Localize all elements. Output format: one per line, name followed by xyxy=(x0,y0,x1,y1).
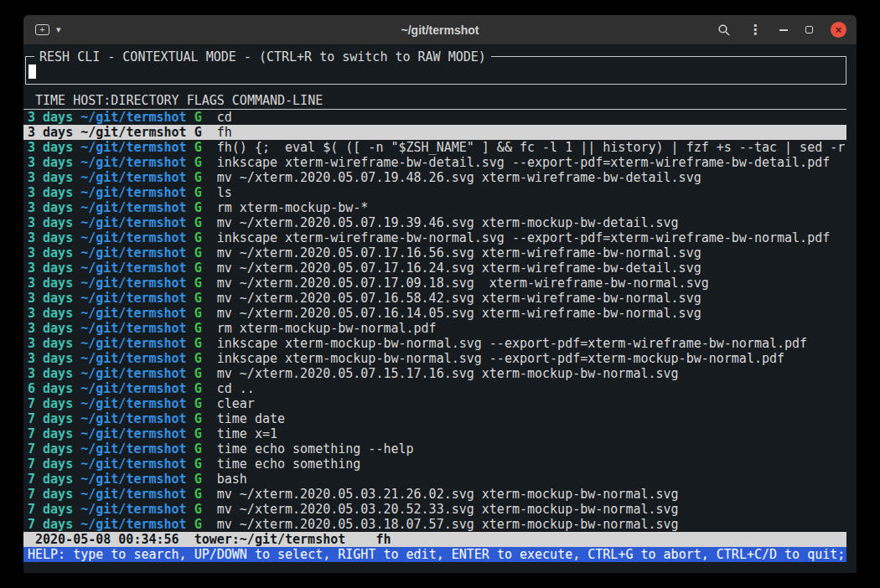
history-row[interactable]: 7 days ~/git/termshot G mv ~/xterm.2020.… xyxy=(23,502,846,517)
row-host-directory: ~/git/termshot xyxy=(80,381,194,396)
history-row[interactable]: 7 days ~/git/termshot G clear xyxy=(23,396,846,411)
row-time: 3 days xyxy=(28,291,80,306)
history-row[interactable]: 3 days ~/git/termshot G mv ~/xterm.2020.… xyxy=(23,366,846,381)
row-flags: G xyxy=(194,487,217,502)
history-row[interactable]: 7 days ~/git/termshot G mv ~/xterm.2020.… xyxy=(23,517,846,532)
history-row[interactable]: 3 days ~/git/termshot G inkscape xterm-w… xyxy=(23,230,846,245)
kebab-menu-icon: ⋮ xyxy=(748,23,762,37)
history-row[interactable]: 7 days ~/git/termshot G time echo someth… xyxy=(23,456,846,472)
titlebar[interactable]: + ▾ ~/git/termshot ⋮ xyxy=(23,15,857,45)
history-row[interactable]: 7 days ~/git/termshot G mv ~/xterm.2020.… xyxy=(23,487,846,502)
close-button[interactable]: × xyxy=(831,22,846,38)
history-row[interactable]: 3 days ~/git/termshot G mv ~/xterm.2020.… xyxy=(23,245,846,260)
history-row[interactable]: 7 days ~/git/termshot G bash xyxy=(23,472,846,487)
row-command: time date xyxy=(217,411,846,426)
row-time: 7 days xyxy=(28,487,80,502)
row-time: 3 days xyxy=(28,321,80,336)
history-row[interactable]: 3 days ~/git/termshot G rm xterm-mockup-… xyxy=(23,321,846,336)
history-row[interactable]: 3 days ~/git/termshot G mv ~/xterm.2020.… xyxy=(23,291,846,306)
row-time: 3 days xyxy=(28,125,80,140)
row-command: mv ~/xterm.2020.05.07.17.16.56.svg xterm… xyxy=(217,245,846,260)
row-flags: G xyxy=(194,110,217,125)
row-time: 3 days xyxy=(28,155,80,170)
row-host-directory: ~/git/termshot xyxy=(80,125,194,140)
row-command: mv ~/xterm.2020.05.07.17.16.24.svg xterm… xyxy=(217,260,846,276)
history-row[interactable]: 3 days ~/git/termshot G mv ~/xterm.2020.… xyxy=(23,306,846,321)
new-tab-dropdown-button[interactable]: ▾ xyxy=(56,25,61,34)
row-flags: G xyxy=(194,185,217,200)
menu-button[interactable]: ⋮ xyxy=(748,23,762,37)
search-button[interactable] xyxy=(717,23,731,37)
minimize-icon xyxy=(779,29,788,31)
new-tab-icon: + xyxy=(35,24,49,35)
row-host-directory: ~/git/termshot xyxy=(80,306,194,321)
status-datetime: 2020-05-08 00:34:56 xyxy=(35,532,179,547)
history-row[interactable]: 3 days ~/git/termshot G mv ~/xterm.2020.… xyxy=(23,276,846,291)
row-flags: G xyxy=(194,276,217,291)
search-box[interactable]: RESH CLI - CONTEXTUAL MODE - (CTRL+R to … xyxy=(25,56,846,85)
window-title: ~/git/termshot xyxy=(401,23,479,37)
history-row[interactable]: 3 days ~/git/termshot G inkscape xterm-m… xyxy=(23,336,846,351)
row-command: bash xyxy=(217,472,846,487)
row-time: 3 days xyxy=(28,200,80,215)
history-row[interactable]: 3 days ~/git/termshot G ls xyxy=(23,185,846,200)
titlebar-left-group: + ▾ xyxy=(35,24,61,35)
row-flags: G xyxy=(194,411,217,426)
restore-icon xyxy=(805,26,813,34)
restore-button[interactable] xyxy=(805,26,813,34)
row-time: 6 days xyxy=(28,381,80,396)
history-row[interactable]: 3 days ~/git/termshot G fh() {; eval $( … xyxy=(23,140,846,155)
row-host-directory: ~/git/termshot xyxy=(80,276,194,291)
row-command: mv ~/xterm.2020.05.03.18.07.57.svg xterm… xyxy=(217,517,846,532)
row-host-directory: ~/git/termshot xyxy=(80,291,194,306)
history-row[interactable]: 3 days ~/git/termshot G inkscape xterm-w… xyxy=(23,155,846,170)
chevron-down-icon: ▾ xyxy=(56,25,61,34)
history-row[interactable]: 3 days ~/git/termshot G cd xyxy=(23,110,846,125)
row-host-directory: ~/git/termshot xyxy=(80,472,194,487)
row-host-directory: ~/git/termshot xyxy=(80,396,194,411)
row-time: 3 days xyxy=(28,366,80,381)
new-tab-button[interactable]: + xyxy=(35,24,49,35)
row-time: 7 days xyxy=(28,411,80,426)
row-flags: G xyxy=(194,517,217,532)
row-flags: G xyxy=(194,336,217,351)
minimize-button[interactable] xyxy=(779,29,788,31)
row-flags: G xyxy=(194,381,217,396)
row-host-directory: ~/git/termshot xyxy=(80,155,194,170)
history-row[interactable]: 3 days ~/git/termshot G rm xterm-mockup-… xyxy=(23,200,846,215)
row-flags: G xyxy=(194,472,217,487)
status-bar: 2020-05-08 00:34:56 tower:~/git/termshot… xyxy=(23,532,846,547)
row-flags: G xyxy=(194,351,217,366)
row-command: mv ~/xterm.2020.05.07.16.14.05.svg xterm… xyxy=(217,306,846,321)
history-row[interactable]: 3 days ~/git/termshot G mv ~/xterm.2020.… xyxy=(23,215,846,230)
history-row[interactable]: 7 days ~/git/termshot G time x=1 xyxy=(23,426,846,441)
row-command: rm xterm-mockup-bw-normal.pdf xyxy=(217,321,846,336)
row-host-directory: ~/git/termshot xyxy=(80,487,194,502)
row-flags: G xyxy=(194,260,217,276)
terminal-window: + ▾ ~/git/termshot ⋮ xyxy=(23,15,857,573)
text-cursor[interactable] xyxy=(28,64,36,79)
row-flags: G xyxy=(194,306,217,321)
search-icon xyxy=(717,23,731,37)
terminal-content: RESH CLI - CONTEXTUAL MODE - (CTRL+R to … xyxy=(23,56,857,573)
history-row[interactable]: 7 days ~/git/termshot G time echo someth… xyxy=(23,441,846,456)
row-host-directory: ~/git/termshot xyxy=(80,321,194,336)
row-flags: G xyxy=(194,170,217,185)
row-flags: G xyxy=(194,125,217,140)
history-row[interactable]: 3 days ~/git/termshot G mv ~/xterm.2020.… xyxy=(23,260,846,276)
row-command: mv ~/xterm.2020.05.07.19.48.26.svg xterm… xyxy=(217,170,846,185)
row-command: mv ~/xterm.2020.05.07.19.39.46.svg xterm… xyxy=(217,215,846,230)
row-flags: G xyxy=(194,215,217,230)
history-row[interactable]: 6 days ~/git/termshot G cd .. xyxy=(23,381,846,396)
history-row[interactable]: 3 days ~/git/termshot G fh xyxy=(23,125,846,140)
titlebar-right-group: ⋮ × xyxy=(717,22,846,38)
row-command: fh xyxy=(217,125,846,140)
row-command: inkscape xterm-wireframe-bw-normal.svg -… xyxy=(217,230,846,245)
history-row[interactable]: 3 days ~/git/termshot G inkscape xterm-m… xyxy=(23,351,846,366)
row-host-directory: ~/git/termshot xyxy=(80,140,194,155)
row-command: ls xyxy=(217,185,846,200)
row-flags: G xyxy=(194,230,217,245)
history-row[interactable]: 3 days ~/git/termshot G mv ~/xterm.2020.… xyxy=(23,170,846,185)
row-flags: G xyxy=(194,200,217,215)
history-row[interactable]: 7 days ~/git/termshot G time date xyxy=(23,411,846,426)
